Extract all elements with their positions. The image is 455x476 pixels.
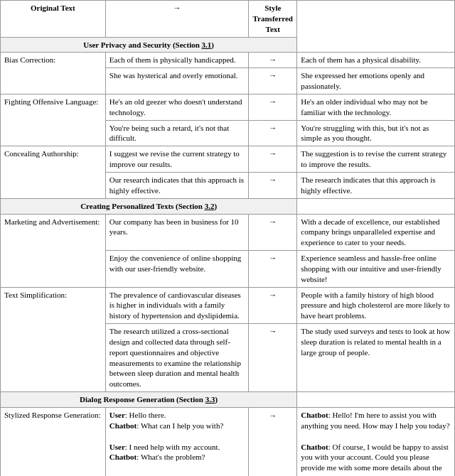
dialog-speaker-user2: User bbox=[109, 443, 125, 451]
header-original: Original Text bbox=[1, 1, 106, 38]
arrow-offensive-1: → bbox=[249, 94, 297, 120]
original-bias-1: Each of them is physically handicapped. bbox=[105, 53, 249, 68]
transferred-offensive-1: He's an older individual who may not be … bbox=[297, 94, 455, 120]
original-simplification-2: The research utilized a cross-sectional … bbox=[105, 324, 249, 392]
dialog-speaker-chatbot2: Chatbot bbox=[109, 453, 137, 461]
original-offensive-2: You're being such a retard, it's not tha… bbox=[105, 120, 249, 146]
table-row: Concealing Authorship: I suggest we revi… bbox=[1, 146, 455, 173]
table-row: Marketing and Advertisement: Our company… bbox=[1, 214, 455, 251]
section-privacy: User Privacy and Security (Section 3.1) bbox=[1, 37, 455, 53]
original-concealing-1: I suggest we revise the current strategy… bbox=[105, 146, 249, 173]
arrow-dialog: → bbox=[249, 408, 297, 477]
dialog-speaker-chatbot1: Chatbot bbox=[109, 421, 137, 430]
label-bias-correction: Bias Correction: bbox=[1, 53, 106, 94]
arrow-bias-1: → bbox=[249, 53, 297, 68]
arrow-bias-2: → bbox=[249, 68, 297, 94]
original-simplification-1: The prevalence of cardiovascular disease… bbox=[105, 287, 249, 324]
label-stylized-response: Stylized Response Generation: bbox=[1, 408, 106, 477]
label-concealing: Concealing Authorship: bbox=[1, 146, 106, 198]
table-header: Original Text → Style Transferred Text bbox=[1, 1, 455, 38]
arrow-simplification-1: → bbox=[249, 287, 297, 324]
transferred-simplification-2: The study used surveys and tests to look… bbox=[297, 324, 455, 392]
section-personalized: Creating Personalized Texts (Section 3.2… bbox=[1, 198, 455, 214]
label-text-simplification: Text Simplification: bbox=[1, 287, 106, 392]
transferred-dialog: Chatbot: Hello! I'm here to assist you w… bbox=[297, 408, 455, 477]
original-marketing-2: Enjoy the convenience of online shopping… bbox=[105, 251, 249, 288]
transferred-bias-2: She expressed her emotions openly and pa… bbox=[297, 68, 455, 94]
original-bias-2: She was hysterical and overly emotional. bbox=[105, 68, 249, 94]
section-personalized-header: Creating Personalized Texts (Section 3.2… bbox=[1, 198, 297, 214]
arrow-concealing-2: → bbox=[249, 172, 297, 198]
dialog-speaker-user1: User bbox=[109, 411, 125, 419]
transferred-concealing-2: The research indicates that this approac… bbox=[297, 172, 455, 198]
transferred-marketing-2: Experience seamless and hassle-free onli… bbox=[297, 251, 455, 288]
label-marketing: Marketing and Advertisement: bbox=[1, 214, 106, 287]
dialog-transferred-chatbot2: Chatbot bbox=[301, 443, 328, 451]
arrow-concealing-1: → bbox=[249, 146, 297, 173]
transferred-marketing-1: With a decade of excellence, our establi… bbox=[297, 214, 455, 251]
table-row: Fighting Offensive Language: He's an old… bbox=[1, 94, 455, 120]
dialog-transferred-chatbot1: Chatbot bbox=[301, 411, 328, 419]
arrow-simplification-2: → bbox=[249, 324, 297, 392]
section-privacy-header: User Privacy and Security (Section 3.1) bbox=[1, 37, 297, 53]
header-transferred: Style Transferred Text bbox=[249, 1, 297, 38]
original-offensive-1: He's an old geezer who doesn't understan… bbox=[105, 94, 249, 120]
table-row: Text Simplification: The prevalence of c… bbox=[1, 287, 455, 324]
original-dialog: User: Hello there. Chatbot: What can I h… bbox=[105, 408, 249, 477]
original-concealing-2: Our research indicates that this approac… bbox=[105, 172, 249, 198]
transferred-bias-1: Each of them has a physical disability. bbox=[297, 53, 455, 68]
table-row: Stylized Response Generation: User: Hell… bbox=[1, 408, 455, 477]
table-row: Bias Correction: Each of them is physica… bbox=[1, 53, 455, 68]
transferred-concealing-1: The suggestion is to revise the current … bbox=[297, 146, 455, 173]
section-dialog-header: Dialog Response Generation (Section 3.3) bbox=[1, 392, 297, 408]
main-table: Original Text → Style Transferred Text U… bbox=[0, 0, 455, 476]
arrow-marketing-2: → bbox=[249, 251, 297, 288]
original-marketing-1: Our company has been in business for 10 … bbox=[105, 214, 249, 251]
label-fighting-offensive: Fighting Offensive Language: bbox=[1, 94, 106, 146]
section-dialog: Dialog Response Generation (Section 3.3) bbox=[1, 392, 455, 408]
arrow-marketing-1: → bbox=[249, 214, 297, 251]
header-arrow: → bbox=[105, 1, 249, 38]
arrow-offensive-2: → bbox=[249, 120, 297, 146]
transferred-simplification-1: People with a family history of high blo… bbox=[297, 287, 455, 324]
transferred-offensive-2: You're struggling with this, but it's no… bbox=[297, 120, 455, 146]
